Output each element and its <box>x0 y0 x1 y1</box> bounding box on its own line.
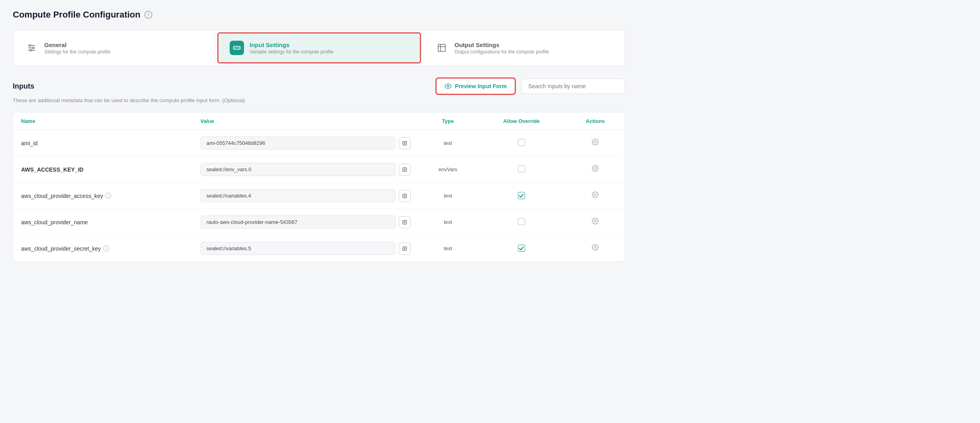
checkbox-checked[interactable] <box>518 192 525 199</box>
col-allow-override: Allow Override <box>477 113 566 130</box>
row-name: ami_id <box>21 140 37 146</box>
sliders-icon <box>27 43 36 53</box>
value-edit-icon[interactable] <box>399 164 411 176</box>
value-edit-icon[interactable] <box>399 190 411 202</box>
tab-input-settings-title: Input Settings <box>250 42 334 48</box>
tab-input-settings[interactable]: Input Settings Variable settings for the… <box>217 32 421 63</box>
checkbox-checked[interactable] <box>518 245 525 252</box>
checkbox-unchecked[interactable] <box>518 139 525 146</box>
inputs-title: Inputs <box>13 82 34 91</box>
row-settings-button[interactable] <box>590 163 600 176</box>
svg-point-7 <box>447 85 449 87</box>
row-value: ami-055744c75048d8296 <box>201 136 396 150</box>
type-cell: text <box>419 183 477 209</box>
col-actions: Actions <box>566 113 625 130</box>
table-header-row: Name Value Type Allow Override Actions <box>13 113 625 130</box>
value-edit-icon[interactable] <box>399 216 411 228</box>
preview-button-label: Preview Input Form <box>455 83 507 89</box>
svg-point-17 <box>594 247 596 249</box>
tab-general-title: General <box>44 42 110 48</box>
override-cell[interactable] <box>477 156 566 183</box>
name-cell: aws_cloud_provider_secret_keyi <box>13 235 193 262</box>
row-value: sealed://variables.5 <box>201 242 396 255</box>
override-cell[interactable] <box>477 183 566 209</box>
name-cell: ami_id <box>13 130 193 156</box>
row-settings-button[interactable] <box>590 242 600 255</box>
table-row: ami_idami-055744c75048d8296text <box>13 130 625 156</box>
tab-output-icon-container <box>435 41 449 55</box>
checkbox-unchecked[interactable] <box>518 165 525 172</box>
type-cell: text <box>419 209 477 235</box>
value-cell: rauto-aws-cloud-provider-name-543567 <box>193 209 419 235</box>
value-edit-icon[interactable] <box>399 137 411 149</box>
value-cell: sealed://variables.5 <box>193 235 419 262</box>
row-settings-button[interactable] <box>590 190 600 202</box>
inputs-actions-row: Preview Input Form <box>435 77 625 95</box>
svg-point-13 <box>594 194 596 196</box>
page-title: Compute Profile Configuration <box>13 10 140 20</box>
svg-point-5 <box>30 49 31 51</box>
actions-cell <box>566 130 625 156</box>
table-row: aws_cloud_provider_secret_keyisealed://v… <box>13 235 625 262</box>
type-cell: text <box>419 235 477 262</box>
value-cell: sealed://env_vars.0 <box>193 156 419 183</box>
value-edit-icon[interactable] <box>399 243 411 255</box>
row-info-icon[interactable]: i <box>103 245 109 251</box>
tab-general-subtitle: Settings for the compute profile <box>44 49 110 55</box>
search-inputs-input[interactable] <box>521 79 625 94</box>
checkbox-unchecked[interactable] <box>518 218 525 225</box>
inputs-section-title: Inputs <box>13 82 34 91</box>
name-cell: AWS_ACCESS_KEY_ID <box>13 156 193 183</box>
name-cell: aws_cloud_provider_name <box>13 209 193 235</box>
row-name: aws_cloud_provider_access_key <box>21 193 103 199</box>
type-cell: envVars <box>419 156 477 183</box>
value-cell: ami-055744c75048d8296 <box>193 130 419 156</box>
tab-input-settings-subtitle: Variable settings for the compute profil… <box>250 49 334 55</box>
svg-point-9 <box>594 141 596 143</box>
inputs-section-header: Inputs Preview Input Form <box>13 77 625 95</box>
table-row: aws_cloud_provider_namerauto-aws-cloud-p… <box>13 209 625 235</box>
tab-general[interactable]: General Settings for the compute profile <box>13 30 215 66</box>
col-name: Name <box>13 113 193 130</box>
actions-cell <box>566 156 625 183</box>
row-name: AWS_ACCESS_KEY_ID <box>21 166 83 173</box>
override-cell[interactable] <box>477 130 566 156</box>
table-row: aws_cloud_provider_access_keyisealed://v… <box>13 183 625 209</box>
override-cell[interactable] <box>477 209 566 235</box>
inputs-section-description: These are additional metadata that can b… <box>13 97 625 103</box>
tab-general-text: General Settings for the compute profile <box>44 42 110 55</box>
eye-icon <box>445 83 452 90</box>
table-row: AWS_ACCESS_KEY_IDsealed://env_vars.0envV… <box>13 156 625 183</box>
actions-cell <box>566 183 625 209</box>
row-value: sealed://env_vars.0 <box>201 163 396 176</box>
preview-input-form-button[interactable]: Preview Input Form <box>435 77 516 95</box>
col-type: Type <box>419 113 477 130</box>
tab-output-settings-title: Output Settings <box>455 42 549 48</box>
col-value: Value <box>193 113 419 130</box>
row-name: aws_cloud_provider_secret_key <box>21 245 101 252</box>
tab-input-settings-text: Input Settings Variable settings for the… <box>250 42 334 55</box>
row-settings-button[interactable] <box>590 137 600 149</box>
row-value: rauto-aws-cloud-provider-name-543567 <box>201 215 396 229</box>
tab-general-icon-container <box>24 41 39 55</box>
row-settings-button[interactable] <box>590 216 600 228</box>
row-info-icon[interactable]: i <box>105 193 111 199</box>
svg-point-4 <box>32 47 34 49</box>
svg-point-15 <box>594 220 596 222</box>
row-name: aws_cloud_provider_name <box>21 219 88 225</box>
tab-output-settings[interactable]: Output Settings Output configurations fo… <box>423 30 625 66</box>
name-cell: aws_cloud_provider_access_keyi <box>13 183 193 209</box>
tab-input-icon-container <box>230 41 244 55</box>
output-settings-icon <box>437 43 447 53</box>
actions-cell <box>566 209 625 235</box>
tab-navigation: General Settings for the compute profile… <box>13 30 625 66</box>
page-info-icon[interactable]: i <box>144 11 152 19</box>
row-value: sealed://variables.4 <box>201 189 396 202</box>
svg-point-3 <box>29 45 31 46</box>
input-settings-icon <box>232 43 241 52</box>
actions-cell <box>566 235 625 262</box>
tab-output-settings-subtitle: Output configurations for the compute pr… <box>455 49 549 55</box>
svg-point-11 <box>594 168 596 170</box>
type-cell: text <box>419 130 477 156</box>
override-cell[interactable] <box>477 235 566 262</box>
